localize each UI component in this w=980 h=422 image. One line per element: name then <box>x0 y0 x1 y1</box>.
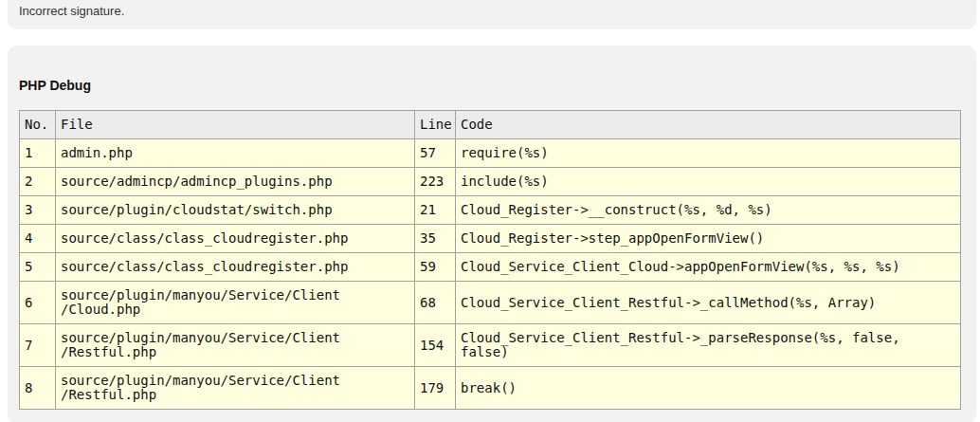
cell-file: source/class/class_cloudregister.php <box>56 253 415 282</box>
column-header-file: File <box>56 111 415 139</box>
cell-code: break() <box>456 367 961 410</box>
table-row: 8 source/plugin/manyou/Service/Client /R… <box>20 367 961 410</box>
cell-code: Cloud_Register->step_appOpenFormView() <box>456 225 961 253</box>
cell-code: Cloud_Service_Client_Cloud->appOpenFormV… <box>456 253 961 282</box>
column-header-line: Line <box>415 111 456 139</box>
cell-file: admin.php <box>56 139 415 168</box>
cell-line: 154 <box>415 324 456 367</box>
cell-line: 59 <box>415 253 456 282</box>
cell-no: 2 <box>20 168 56 196</box>
panel-title: PHP Debug <box>19 78 961 93</box>
cell-line: 68 <box>415 282 456 324</box>
php-debug-panel: PHP Debug No. File Line Code 1 admin.php… <box>8 46 976 422</box>
error-message-text: Incorrect signature. <box>19 4 965 18</box>
table-header-row: No. File Line Code <box>20 111 961 139</box>
cell-file: source/admincp/admincp_plugins.php <box>56 168 415 196</box>
cell-no: 4 <box>20 225 56 253</box>
cell-file: source/plugin/manyou/Service/Client /Res… <box>56 367 415 410</box>
cell-line: 21 <box>415 196 456 225</box>
table-row: 5 source/class/class_cloudregister.php 5… <box>20 253 961 282</box>
cell-code: require(%s) <box>456 139 961 168</box>
cell-file: source/plugin/manyou/Service/Client /Clo… <box>56 282 415 324</box>
column-header-code: Code <box>456 111 961 139</box>
cell-code: Cloud_Register->__construct(%s, %d, %s) <box>456 196 961 225</box>
cell-line: 179 <box>415 367 456 410</box>
cell-code: include(%s) <box>456 168 961 196</box>
table-row: 2 source/admincp/admincp_plugins.php 223… <box>20 168 961 196</box>
cell-no: 3 <box>20 196 56 225</box>
message-bar: Incorrect signature. <box>8 0 976 29</box>
table-row: 1 admin.php 57 require(%s) <box>20 139 961 168</box>
table-row: 6 source/plugin/manyou/Service/Client /C… <box>20 282 961 324</box>
table-row: 3 source/plugin/cloudstat/switch.php 21 … <box>20 196 961 225</box>
cell-file: source/plugin/manyou/Service/Client /Res… <box>56 324 415 367</box>
cell-no: 1 <box>20 139 56 168</box>
table-row: 4 source/class/class_cloudregister.php 3… <box>20 225 961 253</box>
cell-line: 57 <box>415 139 456 168</box>
cell-no: 5 <box>20 253 56 282</box>
php-debug-table: No. File Line Code 1 admin.php 57 requir… <box>19 110 961 410</box>
cell-no: 8 <box>20 367 56 410</box>
cell-line: 223 <box>415 168 456 196</box>
cell-code: Cloud_Service_Client_Restful->_callMetho… <box>456 282 961 324</box>
cell-no: 7 <box>20 324 56 367</box>
cell-code: Cloud_Service_Client_Restful->_parseResp… <box>456 324 961 367</box>
table-row: 7 source/plugin/manyou/Service/Client /R… <box>20 324 961 367</box>
cell-no: 6 <box>20 282 56 324</box>
cell-line: 35 <box>415 225 456 253</box>
cell-file: source/plugin/cloudstat/switch.php <box>56 196 415 225</box>
column-header-no: No. <box>20 111 56 139</box>
cell-file: source/class/class_cloudregister.php <box>56 225 415 253</box>
